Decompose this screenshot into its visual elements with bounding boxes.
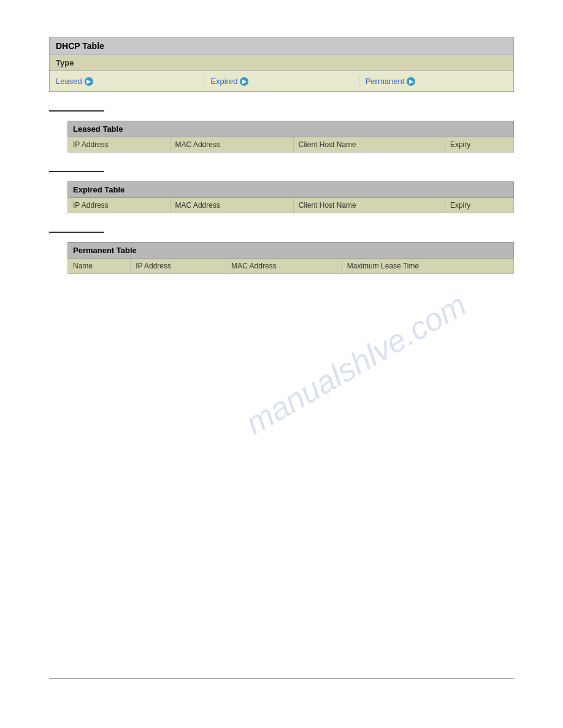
expired-table-title: Expired Table bbox=[68, 182, 514, 198]
expired-col-ip: IP Address bbox=[68, 198, 170, 213]
leased-table-title: Leased Table bbox=[68, 121, 514, 137]
expired-link-cell[interactable]: Expired ▶ bbox=[204, 74, 359, 88]
expired-table: Expired Table IP Address MAC Address Cli… bbox=[67, 181, 514, 213]
permanent-table-title: Permanent Table bbox=[68, 243, 514, 259]
permanent-col-ip: IP Address bbox=[131, 259, 226, 274]
expired-col-expiry: Expiry bbox=[445, 198, 513, 213]
dhcp-table-title: DHCP Table bbox=[49, 37, 514, 55]
leased-divider bbox=[49, 110, 104, 112]
watermark: manualshlve.com bbox=[239, 286, 472, 442]
permanent-table: Permanent Table Name IP Address MAC Addr… bbox=[67, 242, 514, 274]
leased-col-mac: MAC Address bbox=[170, 137, 293, 153]
permanent-col-mac: MAC Address bbox=[226, 259, 342, 274]
leased-col-ip: IP Address bbox=[68, 137, 170, 153]
expired-col-mac: MAC Address bbox=[170, 198, 293, 213]
permanent-arrow-icon: ▶ bbox=[407, 77, 415, 86]
permanent-link[interactable]: Permanent bbox=[366, 77, 405, 86]
expired-col-hostname: Client Host Name bbox=[293, 198, 445, 213]
expired-link[interactable]: Expired bbox=[210, 77, 237, 86]
leased-arrow-icon: ▶ bbox=[85, 77, 93, 86]
type-links-bar: Leased ▶ Expired ▶ Permanent ▶ bbox=[49, 71, 514, 92]
leased-table: Leased Table IP Address MAC Address Clie… bbox=[67, 121, 514, 153]
leased-table-wrapper: Leased Table IP Address MAC Address Clie… bbox=[67, 121, 514, 153]
leased-link-cell[interactable]: Leased ▶ bbox=[50, 74, 204, 88]
type-label: Type bbox=[49, 55, 514, 71]
permanent-col-lease-time: Maximum Lease Time bbox=[342, 259, 513, 274]
expired-table-wrapper: Expired Table IP Address MAC Address Cli… bbox=[67, 181, 514, 213]
page-wrapper: manualshlve.com DHCP Table Type Leased ▶… bbox=[0, 0, 563, 728]
leased-col-expiry: Expiry bbox=[445, 137, 513, 153]
expired-divider bbox=[49, 171, 104, 172]
permanent-col-name: Name bbox=[68, 259, 131, 274]
permanent-table-wrapper: Permanent Table Name IP Address MAC Addr… bbox=[67, 242, 514, 274]
leased-col-hostname: Client Host Name bbox=[293, 137, 445, 153]
permanent-link-cell[interactable]: Permanent ▶ bbox=[359, 74, 513, 88]
leased-link[interactable]: Leased bbox=[56, 77, 82, 86]
footer-divider bbox=[49, 678, 514, 679]
dhcp-table-section: DHCP Table Type Leased ▶ Expired ▶ Perma… bbox=[49, 37, 514, 92]
permanent-divider bbox=[49, 232, 104, 233]
expired-arrow-icon: ▶ bbox=[240, 77, 248, 86]
